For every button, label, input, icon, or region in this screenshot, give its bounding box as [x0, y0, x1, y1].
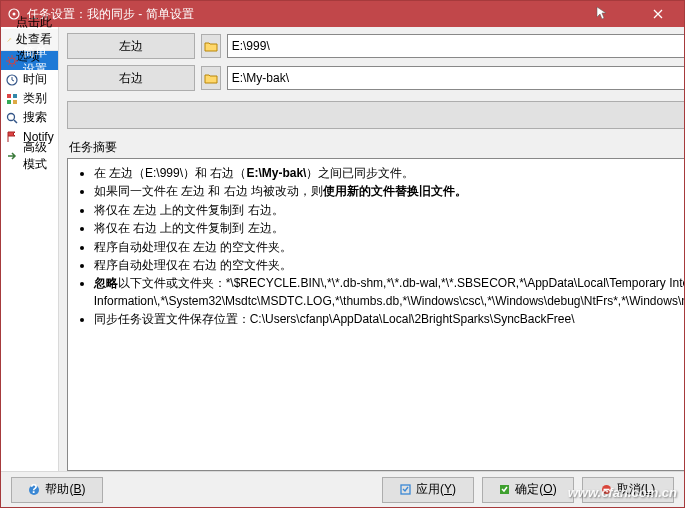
sidebar-item-2[interactable]: 类别 — [1, 89, 58, 108]
sidebar-item-label: 搜索 — [23, 109, 47, 126]
cursor-icon — [596, 6, 608, 23]
sidebar-item-5[interactable]: 高级模式 — [1, 146, 58, 165]
apply-button[interactable]: 应用(Y) — [382, 477, 474, 503]
arrow-icon — [5, 149, 19, 163]
window-title: 任务设置：我的同步 - 简单设置 — [27, 6, 596, 23]
summary-item: 将仅在 右边 上的文件复制到 左边。 — [94, 220, 685, 237]
svg-rect-7 — [7, 100, 11, 104]
grid-icon — [5, 92, 19, 106]
content-panel: 左边 使用替换标记 右边 使用替换标记 选择子文件夹和文件(Z) 更改筛选条件(… — [59, 27, 685, 471]
help-button[interactable]: ?帮助(B) — [11, 477, 103, 503]
sidebar-item-label: 高级模式 — [23, 139, 54, 173]
folder-icon — [204, 41, 218, 52]
svg-point-3 — [9, 58, 15, 64]
svg-rect-8 — [13, 100, 17, 104]
search-icon — [5, 111, 19, 125]
left-path-input[interactable] — [227, 34, 685, 58]
apply-icon — [400, 484, 411, 495]
folder-icon — [204, 73, 218, 84]
summary-item: 如果同一文件在 左边 和 右边 均被改动，则使用新的文件替换旧文件。 — [94, 183, 685, 200]
sidebar: 点击此处查看选项 简单设置时间类别搜索Notify高级模式 — [1, 27, 59, 471]
svg-rect-18 — [603, 489, 609, 491]
right-path-input[interactable] — [227, 66, 685, 90]
summary-box: 在 左边（E:\999\）和 右边（E:\My-bak\）之间已同步文件。如果同… — [67, 158, 685, 471]
svg-point-2 — [10, 38, 11, 39]
svg-rect-6 — [13, 94, 17, 98]
right-side-button[interactable]: 右边 — [67, 65, 195, 91]
summary-item: 忽略以下文件或文件夹：*\$RECYCLE.BIN\,*\*.db-shm,*\… — [94, 275, 685, 310]
clock-icon — [5, 73, 19, 87]
footer: ?帮助(B) 应用(Y) 确定(O) 取消(L) — [1, 471, 684, 507]
close-icon — [653, 9, 663, 19]
sidebar-item-label: 类别 — [23, 90, 47, 107]
left-side-button[interactable]: 左边 — [67, 33, 195, 59]
wand-icon — [7, 34, 12, 46]
choose-folders-button[interactable]: 选择子文件夹和文件(Z) — [67, 101, 685, 129]
gear-icon — [5, 54, 19, 68]
sidebar-item-3[interactable]: 搜索 — [1, 108, 58, 127]
summary-item: 程序自动处理仅在 左边 的空文件夹。 — [94, 239, 685, 256]
help-icon: ? — [28, 484, 40, 496]
summary-item: 同步任务设置文件保存位置：C:\Users\cfanp\AppData\Loca… — [94, 311, 685, 328]
sidebar-item-0[interactable]: 简单设置 — [1, 51, 58, 70]
flag-icon — [5, 130, 19, 144]
cancel-icon — [601, 484, 612, 495]
summary-item: 程序自动处理仅在 右边 的空文件夹。 — [94, 257, 685, 274]
summary-label: 任务摘要 — [69, 139, 685, 156]
close-button[interactable] — [638, 1, 678, 27]
ok-button[interactable]: 确定(O) — [482, 477, 574, 503]
svg-point-9 — [8, 113, 15, 120]
summary-item: 将仅在 左边 上的文件复制到 右边。 — [94, 202, 685, 219]
check-icon — [499, 484, 510, 495]
right-folder-button[interactable] — [201, 66, 221, 90]
titlebar: 任务设置：我的同步 - 简单设置 — [1, 1, 684, 27]
left-folder-button[interactable] — [201, 34, 221, 58]
summary-item: 在 左边（E:\999\）和 右边（E:\My-bak\）之间已同步文件。 — [94, 165, 685, 182]
svg-rect-5 — [7, 94, 11, 98]
sidebar-item-label: 时间 — [23, 71, 47, 88]
cancel-button[interactable]: 取消(L) — [582, 477, 674, 503]
svg-text:?: ? — [31, 484, 38, 496]
